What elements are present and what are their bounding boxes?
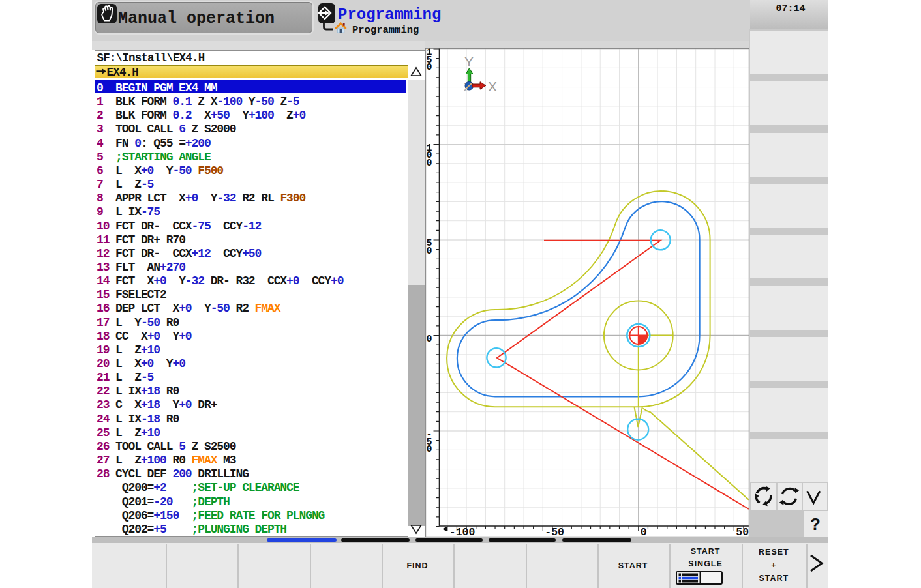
svg-text:-50: -50 (545, 526, 564, 537)
svg-text:X: X (488, 78, 497, 93)
svg-text:0: 0 (427, 444, 432, 455)
svg-text:0: 0 (427, 333, 432, 344)
svg-text:Y: Y (464, 53, 474, 68)
svg-text:0: 0 (427, 157, 432, 168)
svg-text:-100: -100 (449, 526, 476, 537)
svg-text:0: 0 (641, 526, 647, 537)
svg-text:0: 0 (427, 245, 432, 256)
svg-text:0: 0 (427, 62, 432, 73)
svg-text:50: 50 (736, 526, 749, 537)
